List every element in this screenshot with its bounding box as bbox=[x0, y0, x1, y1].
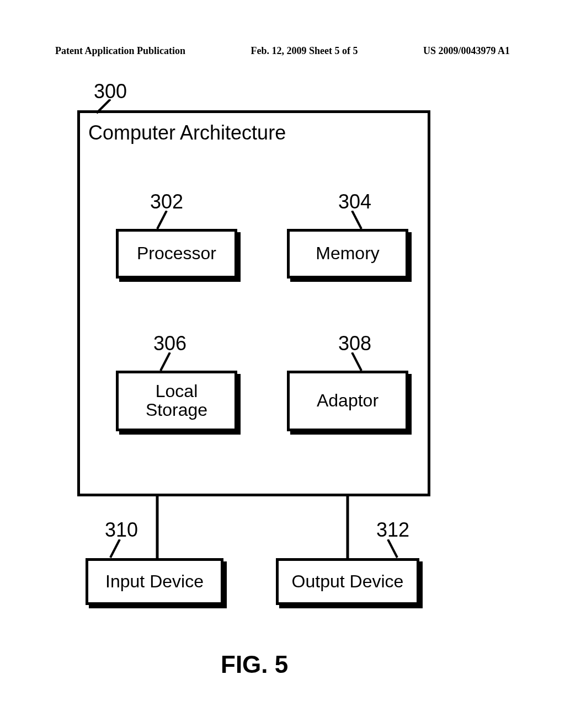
figure-caption: FIG. 5 bbox=[221, 651, 288, 678]
ref-adaptor: 308 bbox=[338, 332, 371, 355]
adaptor-label: Adaptor bbox=[317, 392, 379, 410]
adaptor-block: Adaptor bbox=[287, 371, 408, 431]
storage-block: Local Storage bbox=[116, 371, 237, 431]
ref-300: 300 bbox=[94, 80, 127, 103]
architecture-title: Computer Architecture bbox=[88, 121, 286, 144]
leader-input bbox=[108, 539, 130, 559]
input-device-label: Input Device bbox=[105, 572, 204, 591]
svg-line-7 bbox=[110, 539, 120, 558]
svg-line-8 bbox=[388, 539, 397, 558]
output-device-block: Output Device bbox=[276, 558, 419, 605]
header-left: Patent Application Publication bbox=[55, 45, 185, 57]
header-right: US 2009/0043979 A1 bbox=[423, 45, 510, 57]
architecture-box bbox=[77, 110, 430, 496]
input-device-block: Input Device bbox=[86, 558, 223, 605]
ref-memory: 304 bbox=[338, 190, 371, 213]
connector-input bbox=[154, 496, 160, 560]
header-center: Feb. 12, 2009 Sheet 5 of 5 bbox=[251, 45, 358, 57]
storage-label: Local Storage bbox=[146, 382, 207, 419]
output-device-label: Output Device bbox=[292, 572, 404, 591]
connector-output bbox=[345, 496, 350, 560]
processor-label: Processor bbox=[137, 244, 216, 263]
ref-processor: 302 bbox=[150, 190, 183, 213]
ref-input: 310 bbox=[105, 518, 138, 542]
memory-label: Memory bbox=[316, 244, 380, 263]
processor-block: Processor bbox=[116, 229, 237, 279]
ref-output: 312 bbox=[376, 518, 409, 542]
patent-header: Patent Application Publication Feb. 12, … bbox=[55, 45, 510, 57]
leader-output bbox=[383, 539, 406, 559]
memory-block: Memory bbox=[287, 229, 408, 279]
ref-storage: 306 bbox=[153, 332, 186, 355]
